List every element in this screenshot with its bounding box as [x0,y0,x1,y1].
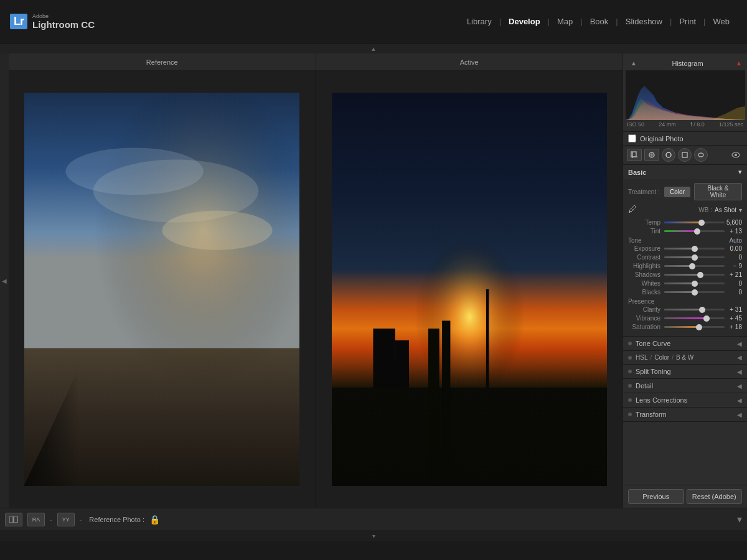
saturation-slider-fill [664,326,699,328]
bw-treatment-button[interactable]: Black & White [694,183,742,200]
contrast-slider-row: Contrast 0 [628,254,742,261]
top-bar: Lr Adobe Lightroom CC Library | Develop … [0,0,747,44]
eye-icon-button[interactable] [728,149,743,161]
hsl-panel[interactable]: HSL / Color / B & W ◀ [623,351,747,365]
lock-icon[interactable]: 🔒 [149,515,160,525]
clarity-slider-track[interactable] [664,309,725,310]
contrast-value: 0 [725,254,742,261]
detail-arrow-icon: ◀ [737,383,742,390]
shadows-slider-thumb[interactable] [697,272,703,278]
saturation-slider-track[interactable] [664,326,725,328]
yy-button[interactable]: YY [57,513,75,526]
tone-curve-panel[interactable]: Tone Curve ◀ [623,337,747,351]
graduated-filter-button[interactable] [678,148,692,162]
left-arrow-icon: ◀ [2,278,7,284]
app-name: Adobe Lightroom CC [32,13,95,30]
clarity-slider-thumb[interactable] [699,307,705,313]
filmstrip-toggle-icon[interactable]: ▾ [737,513,742,525]
vibrance-slider-track[interactable] [664,317,725,319]
highlights-slider-thumb[interactable] [689,263,695,269]
reset-button[interactable]: Reset (Adobe) [687,489,743,504]
top-collapse-arrow-icon: ▲ [370,45,377,52]
vibrance-label: Vibrance [628,315,664,322]
color-treatment-button[interactable]: Color [664,187,690,197]
app-name-main: Lightroom CC [32,19,95,30]
transform-dot [628,413,632,416]
contrast-slider-thumb[interactable] [692,254,698,261]
focal-length: 24 mm [659,121,676,128]
logo-area: Lr Adobe Lightroom CC [10,13,95,30]
blacks-label: Blacks [628,289,664,296]
exposure-slider-track[interactable] [664,248,725,250]
view-mode-button[interactable] [5,513,22,526]
whites-slider-fill [664,282,695,284]
adjustment-brush-button[interactable] [662,148,675,162]
contrast-slider-track[interactable] [664,256,725,258]
svg-point-5 [65,148,203,195]
tint-slider-track[interactable] [664,230,725,232]
lens-corrections-panel[interactable]: Lens Corrections ◀ [623,393,747,408]
nav-menu: Library | Develop | Map | Book | Slidesh… [459,14,737,29]
highlights-slider-track[interactable] [664,265,725,267]
nav-slideshow[interactable]: Slideshow [618,14,670,29]
detail-panel[interactable]: Detail ◀ [623,379,747,393]
nav-book[interactable]: Book [583,14,616,29]
blacks-slider-track[interactable] [664,291,725,293]
bottom-collapse-arrow-icon: ▾ [372,533,375,539]
basic-panel-header[interactable]: Basic ▾ [623,165,747,179]
whites-slider-thumb[interactable] [692,281,698,287]
whites-slider-track[interactable] [664,282,725,284]
eyedropper-icon[interactable]: 🖊 [628,204,639,215]
blacks-slider-fill [664,291,695,293]
temp-slider-thumb[interactable] [698,220,705,226]
treatment-row: Treatment : Color Black & White [628,183,742,200]
shadows-slider-track[interactable] [664,274,725,276]
blacks-slider-thumb[interactable] [692,289,698,296]
transform-panel[interactable]: Transform ◀ [623,408,747,422]
right-panel: ▲ Histogram ▲ [622,54,747,508]
lens-corrections-left: Lens Corrections [628,396,687,404]
crop-tool-button[interactable] [627,149,642,161]
temp-slider-track[interactable] [664,222,725,223]
vibrance-slider-thumb[interactable] [703,315,710,322]
exposure-slider-thumb[interactable] [692,246,698,252]
photos-area [9,71,622,508]
bottom-collapse-button[interactable]: ▾ [0,530,747,541]
original-photo-checkbox[interactable] [628,134,636,142]
split-toning-left: Split Toning [628,368,671,375]
contrast-label: Contrast [628,254,664,261]
detail-dot [628,384,632,388]
nav-map[interactable]: Map [550,14,580,29]
tint-slider-thumb[interactable] [694,228,700,235]
ra-button[interactable]: RA [27,513,45,526]
wb-label: WB : [642,207,712,213]
nav-print[interactable]: Print [672,14,703,29]
nav-web[interactable]: Web [706,14,738,29]
auto-button[interactable]: Auto [729,237,742,244]
lens-corrections-dot [628,398,632,402]
highlights-slider-row: Highlights − 9 [628,263,742,269]
radial-filter-button[interactable] [694,148,708,162]
tint-value: + 13 [725,228,742,235]
nav-develop[interactable]: Develop [501,14,548,29]
beach-sunset-image [24,93,300,486]
nav-library[interactable]: Library [459,14,499,29]
contrast-slider-fill [664,256,695,258]
highlight-warning-icon[interactable]: ▲ [736,60,742,67]
spot-heal-tool-button[interactable] [644,149,659,161]
reference-photo-panel [9,71,316,508]
wb-dropdown-icon[interactable]: ▾ [739,207,742,213]
exposure-slider-row: Exposure 0.00 [628,245,742,252]
reference-photo-placeholder [24,93,300,486]
top-collapse-button[interactable]: ▲ [0,44,747,54]
highlights-label: Highlights [628,263,664,269]
saturation-slider-row: Saturation + 18 [628,324,742,330]
shadow-warning-icon[interactable]: ▲ [631,60,637,67]
split-toning-panel[interactable]: Split Toning ◀ [623,365,747,379]
wb-value: As Shot [715,207,736,213]
left-panel-toggle[interactable]: ◀ [0,54,9,508]
previous-button[interactable]: Previous [628,489,684,504]
saturation-slider-thumb[interactable] [696,324,702,330]
tool-icons-row [623,146,747,165]
aperture-value: f / 8.0 [690,121,705,128]
